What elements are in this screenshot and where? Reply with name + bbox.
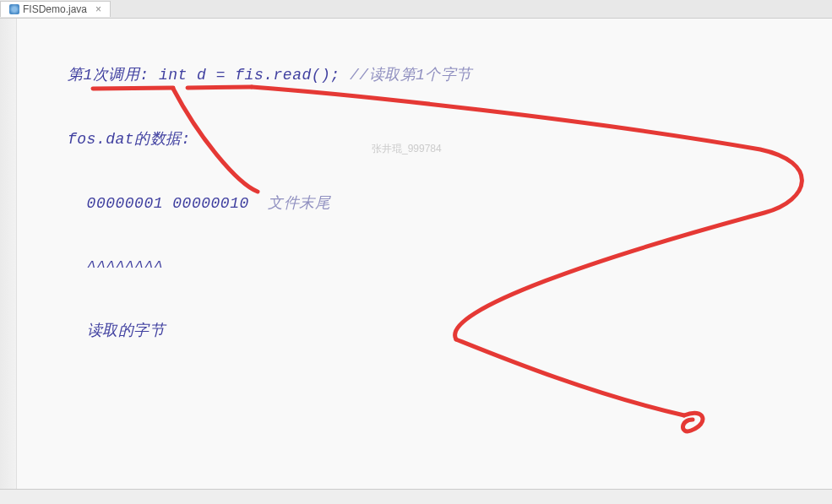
code-editor[interactable]: 第1次调用: int d = fis.read(); //读取第1个字节 fos…	[0, 19, 832, 504]
code-line: fos.dat的数据:	[68, 129, 815, 150]
code-line: 读取的字节	[68, 321, 815, 342]
code-line	[68, 384, 815, 405]
java-file-icon	[9, 4, 19, 14]
status-bar	[0, 489, 832, 504]
file-tab[interactable]: FISDemo.java ×	[0, 1, 111, 17]
code-line: 00000001 00000010 文件末尾	[68, 193, 815, 214]
code-line: 第1次调用: int d = fis.read(); //读取第1个字节	[68, 65, 815, 86]
tab-filename: FISDemo.java	[23, 3, 87, 15]
code-line	[68, 448, 815, 469]
close-icon[interactable]: ×	[95, 3, 101, 15]
tab-bar: FISDemo.java ×	[0, 0, 832, 19]
code-line: ^^^^^^^^	[68, 257, 815, 278]
